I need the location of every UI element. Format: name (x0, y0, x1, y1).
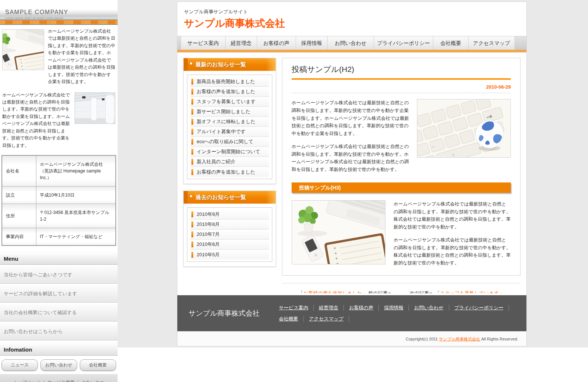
news-item[interactable]: お客様の声を追加しました (190, 87, 269, 97)
archive-item[interactable]: 2010年8月 (190, 220, 269, 230)
archive-item[interactable]: 2010年7月 (190, 230, 269, 240)
news-item[interactable]: スタッフを募集しています (190, 97, 269, 107)
article-column: 投稿サンプル(H2) 2010-06-29 ホームページサンプル株式会社では最新… (282, 58, 520, 293)
news-item[interactable]: 新商品を販売開始しました (190, 77, 269, 87)
separator: ｜ (42, 380, 46, 382)
nav-tab-voices[interactable]: お客様の声 (257, 36, 296, 50)
copyright-link[interactable]: サンプル商事株式会社 (439, 337, 480, 341)
banner-image: 革新的な技術で世の中を動かす企業を目指します。 Lorem ipsum dolo… (0, 20, 118, 25)
table-value: ホームページサンプル株式会社 （英語表記 Homepage sample Inc… (36, 155, 116, 187)
list-marker-icon (191, 211, 193, 217)
table-label: 設立 (2, 187, 36, 204)
copyright-text: All Rights Reserved. (480, 337, 518, 341)
nav-tab-services[interactable]: サービス案内 (181, 36, 226, 50)
article-subheading: 投稿サンプル(H3) (292, 182, 511, 193)
news-box-header: 最新のお知らせ一覧 (184, 58, 276, 71)
next-label: 次の記事へ 「 (410, 290, 440, 293)
sidebar-site: SAMPLE COMPANY Lorem ipsum dolor sit ame… (0, 0, 118, 378)
news-item-label: インターン制度開始について (197, 148, 260, 155)
article-body: ホームページサンプル株式会社では最新技術と自然との調和を目指します。革新的な技術… (292, 99, 410, 174)
news-item[interactable]: お客様の声を追加しました (190, 167, 269, 177)
footer-link-privacy[interactable]: プライバシーポリシー (449, 305, 509, 311)
news-item[interactable]: アルバイト募集中です (190, 127, 269, 137)
news-box: 最新のお知らせ一覧 新商品を販売開始しました お客様の声を追加しました スタッフ… (183, 58, 276, 184)
nav-tab-recruit[interactable]: 採用情報 (296, 36, 328, 50)
news-item[interactable]: 新サービス開始しました (190, 107, 269, 117)
footer-link-service[interactable]: サービス概要 (47, 380, 75, 382)
article-section-2: ホームページサンプル株式会社では最新技術と自然との調和を目指します。革新的な技術… (292, 200, 511, 267)
nav-tab-company[interactable]: 会社概要 (433, 36, 469, 50)
list-marker-icon (191, 159, 193, 165)
table-value: 〒012-3456 見本県見本市サンプル1-2 (36, 204, 116, 228)
nav-tab-contact[interactable]: お問い合わせ (328, 36, 374, 50)
keyboard-globe-photo: ’ー3 (417, 99, 511, 158)
news-item-label: 新サービス開始しました (197, 108, 250, 115)
nav-tab-access[interactable]: アクセスマップ (469, 36, 515, 50)
contact-button[interactable]: お問い合わせ (40, 359, 77, 371)
prev-article-link[interactable]: お客様の声を追加しました (303, 290, 362, 293)
archive-item-label: 2010年9月 (197, 211, 220, 218)
list-marker-icon (191, 129, 193, 135)
list-marker-icon (191, 252, 193, 258)
archive-box-title: 過去のお知らせ一覧 (196, 194, 246, 201)
footer-link-contact[interactable]: お問い合わせ (409, 305, 449, 311)
right-arrow-icon: → (505, 290, 510, 293)
news-item[interactable]: 新入社員のご紹介 (190, 157, 269, 167)
footer-link-philosophy[interactable]: 経営理念 (314, 305, 344, 311)
footer-link-access[interactable]: アクセスマップ (304, 316, 349, 322)
article-date: 2010-06-29 (292, 84, 511, 90)
list-marker-icon (191, 241, 193, 247)
intro-block-1: ホームページサンプル株式会社では最新技術と自然との調和を目指します。革新的な技術… (0, 25, 118, 89)
nav-filler (177, 36, 181, 50)
site-tagline: サンプル商事サンプルサイト (184, 9, 526, 15)
content-area: 最新のお知らせ一覧 新商品を販売開始しました お客様の声を追加しました スタッフ… (177, 53, 526, 293)
copyright-text: Copyright(c) 2011 (406, 337, 439, 341)
information-header: Infomation (0, 343, 118, 356)
sidebar-menu-item-greeting[interactable]: 当社から皆様へごあいさつです (0, 266, 118, 284)
archive-item[interactable]: 2010年9月 (190, 210, 269, 220)
left-arrow-icon: ← (292, 290, 297, 293)
list-marker-icon (191, 99, 193, 105)
news-list: 新商品を販売開始しました お客様の声を追加しました スタッフを募集しています 新… (187, 75, 272, 179)
list-marker-icon (191, 89, 193, 95)
archive-item[interactable]: 2010年6月 (190, 240, 269, 250)
site-title[interactable]: サンプル商事株式会社 (184, 17, 526, 30)
footer-links: サービス案内 経営理念 お客様の声 採用情報 お問い合わせ プライバシーポリシー… (279, 302, 509, 325)
company-button[interactable]: 会社概要 (80, 359, 116, 371)
list-marker-icon (191, 231, 193, 237)
next-article-link[interactable]: スタッフを募集しています (440, 290, 499, 293)
footer-link-company[interactable]: 会社概要 (279, 316, 304, 322)
divider (282, 283, 520, 283)
sidebar-logo-area: SAMPLE COMPANY Lorem ipsum dolor sit ame… (0, 0, 118, 20)
archive-item[interactable]: 2010年5月 (190, 250, 269, 260)
news-button[interactable]: ニュース (1, 359, 38, 371)
nav-tab-philosophy[interactable]: 経営理念 (226, 36, 257, 50)
sidebar-menu-item-contact[interactable]: お問い合わせはこちらから (0, 323, 118, 340)
news-item-label: スタッフを募集しています (197, 98, 256, 105)
paragraph: ホームページサンプル株式会社では最新技術と自然との調和を目指します。革新的な技術… (394, 200, 511, 231)
news-item[interactable]: ecoへの取り組みに関して (190, 137, 269, 147)
intro-text-1: ホームページサンプル株式会社では最新技術と自然との調和を目指します。革新的な技術… (48, 28, 115, 86)
news-item[interactable]: 新オフィスに移転しました (190, 117, 269, 127)
footer-link-voices[interactable]: お客様の声 (344, 305, 379, 311)
intro-text-2: ホームページサンプル株式会社では最新技術と自然との調和を目指します。革新的な技術… (2, 92, 72, 149)
footer-link-services[interactable]: サービス案内 (279, 305, 314, 311)
footer-link-top[interactable]: トップページ (13, 380, 40, 382)
table-label: 事業内容 (2, 228, 36, 246)
table-row: 会社名 ホームページサンプル株式会社 （英語表記 Homepage sample… (2, 155, 116, 187)
main-nav: サービス案内 経営理念 お客様の声 採用情報 お問い合わせ プライバシーポリシー… (177, 36, 526, 50)
footer-link-greeting[interactable]: ごあいさつ (81, 380, 104, 382)
news-item[interactable]: インターン制度開始について (190, 147, 269, 157)
list-marker-icon (191, 119, 193, 125)
sidebar-footer-links: トップページ ｜ サービス概要 ｜ ごあいさつ (0, 374, 118, 382)
company-info-table: 会社名 ホームページサンプル株式会社 （英語表記 Homepage sample… (0, 152, 118, 250)
list-marker-icon (191, 109, 193, 115)
archive-item-label: 2010年7月 (197, 231, 220, 238)
nav-filler (515, 36, 526, 50)
footer-link-recruit[interactable]: 採用情報 (379, 305, 409, 311)
bullet-circle-icon (190, 195, 192, 197)
sidebar-menu-item-company[interactable]: 当社の会社概要について確認する (0, 304, 118, 322)
nav-tab-privacy[interactable]: プライバシーポリシー (374, 36, 433, 50)
title-underline (292, 78, 511, 80)
sidebar-menu-item-service[interactable]: サービスの詳細を解説しています (0, 285, 118, 303)
